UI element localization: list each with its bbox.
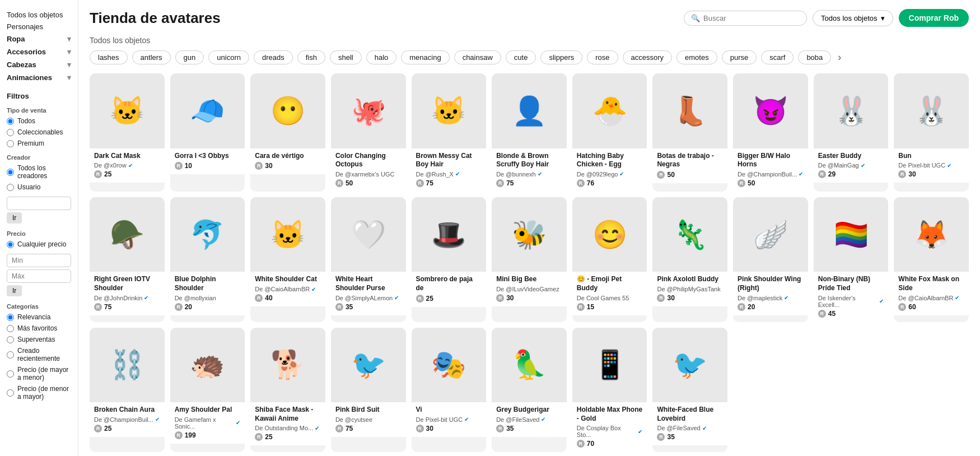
item-card[interactable]: 🐦 White-Faced Blue Lovebird De @FileSave…: [652, 328, 727, 453]
sidebar-section-cabezas[interactable]: Cabezas▾: [7, 58, 71, 71]
tag-pill-dreads[interactable]: dreads: [254, 50, 293, 64]
tag-pill-scarf[interactable]: scarf: [761, 50, 794, 64]
item-card[interactable]: 😊 😊 - Emoji Pet Buddy De Cool Games 55 R…: [572, 197, 647, 322]
item-creator: De Pixel-bit UGC ✔: [416, 416, 482, 423]
tag-pill-purse[interactable]: purse: [722, 50, 757, 64]
sidebar-section-accesorios[interactable]: Accesorios▾: [7, 45, 71, 58]
item-creator: De @mollyxian: [175, 295, 241, 301]
item-card[interactable]: 🐕 Shiba Face Mask - Kawaii Anime De Outs…: [250, 328, 325, 453]
robux-icon: R: [657, 433, 665, 441]
tag-pill-cute[interactable]: cute: [506, 50, 536, 64]
item-creator: De @FileSaved ✔: [496, 416, 562, 423]
sidebar-section-ropa[interactable]: Ropa▾: [7, 32, 71, 45]
price-max-input[interactable]: [7, 269, 71, 283]
creator-ir-button[interactable]: Ir: [7, 212, 22, 224]
sidebar-item-personajes[interactable]: Personajes: [7, 21, 71, 32]
price-value: 75: [426, 179, 433, 187]
item-info: Broken Chain Aura De @ChampionBuil... ✔ …: [90, 402, 165, 437]
item-info: Cara de vértigo R 30: [250, 148, 325, 175]
price-radio-any[interactable]: Cualquier precio: [7, 240, 71, 248]
item-info: Gorra I <3 Obbys R 10: [170, 148, 245, 175]
sidebar-item-all[interactable]: Todos los objetos: [7, 9, 71, 21]
tag-pill-menacing[interactable]: menacing: [401, 50, 449, 64]
sale-radio-coleccionables[interactable]: Coleccionables: [7, 128, 71, 136]
tag-pill-lashes[interactable]: lashes: [90, 50, 128, 64]
item-card[interactable]: 🐙 Color Changing Octopus De @xarmebx's U…: [331, 73, 406, 192]
tag-pill-accessory[interactable]: accessory: [623, 50, 673, 64]
filter-dropdown[interactable]: Todos los objetos ▾: [813, 10, 893, 26]
buy-robux-button[interactable]: Comprar Rob: [899, 9, 969, 27]
tag-pill-antlers[interactable]: antlers: [132, 50, 171, 64]
price-value: 199: [185, 431, 196, 439]
item-card[interactable]: 🎭 Vi De Pixel-bit UGC ✔ R 30: [412, 328, 487, 453]
item-card[interactable]: ⛓️ Broken Chain Aura De @ChampionBuil...…: [90, 328, 165, 453]
item-card[interactable]: 🐱 White Shoulder Cat De @CaioAlbarnBR ✔ …: [250, 197, 325, 322]
item-name: Right Green IOTV Shoulder: [94, 275, 160, 292]
sale-radio-todos[interactable]: Todos: [7, 117, 71, 125]
price-min-input[interactable]: [7, 254, 71, 267]
item-card[interactable]: 🐱 Dark Cat Mask De @x0row ✔ R 25: [90, 73, 165, 192]
sidebar-section-animaciones[interactable]: Animaciones▾: [7, 71, 71, 84]
item-card[interactable]: 🧢 Gorra I <3 Obbys R 10: [170, 73, 245, 192]
item-price: R 60: [898, 303, 964, 311]
item-card[interactable]: 🐝 Mini Big Bee De @ILuvVideoGamez R 30: [492, 197, 567, 322]
creator-input[interactable]: [7, 197, 71, 210]
item-card[interactable]: 🐰 Easter Buddy De @MainGag ✔ R 29: [814, 73, 889, 192]
sort-radio-price_desc[interactable]: Precio (de mayor a menor): [7, 366, 71, 381]
creator-radio-usuario[interactable]: Usuario: [7, 183, 71, 191]
item-thumbnail: 😈: [733, 73, 808, 148]
item-card[interactable]: 😈 Bigger B/W Halo Horns De @ChampionBuil…: [733, 73, 808, 192]
sort-radio-superventas[interactable]: Superventas: [7, 336, 71, 343]
tag-pill-shell[interactable]: shell: [330, 50, 362, 64]
item-card[interactable]: 👤 Blonde & Brown Scruffy Boy Hair De @bu…: [492, 73, 567, 192]
tag-pill-unicorn[interactable]: unicorn: [208, 50, 249, 64]
item-card[interactable]: 🦔 Amy Shoulder Pal De Gamefam x Sonic...…: [170, 328, 245, 453]
item-creator: De @0929lego ✔: [577, 171, 643, 178]
sort-radio-favoritos[interactable]: Más favoritos: [7, 324, 71, 332]
item-thumbnail: 🐦: [652, 328, 727, 403]
item-price: R 35: [496, 425, 562, 432]
item-card[interactable]: 👢 Botas de trabajo - Negras R 50: [652, 73, 727, 192]
item-info: Pink Bird Suit De @cyutsee R 75: [331, 402, 406, 437]
item-card[interactable]: 🏳️‍🌈 Non-Binary (NB) Pride Tied De Isken…: [814, 197, 889, 322]
item-card[interactable]: 🐰 Bun De Pixel-bit UGC ✔ R 30: [894, 73, 969, 192]
item-card[interactable]: 🦜 Grey Budgerigar De @FileSaved ✔ R 35: [492, 328, 567, 453]
sort-radio-price_asc[interactable]: Precio (de menor a mayor): [7, 385, 71, 401]
item-price: R 50: [657, 171, 723, 179]
item-card[interactable]: 🎩 Sombrero de paja de R 25: [412, 197, 487, 322]
sort-radio-relevancia[interactable]: Relevancia: [7, 313, 71, 321]
price-ir-button[interactable]: Ir: [7, 285, 22, 296]
tag-pill-rose[interactable]: rose: [587, 50, 618, 64]
sort-radio-reciente[interactable]: Creado recientemente: [7, 347, 71, 362]
item-price: R 76: [577, 179, 643, 187]
item-card[interactable]: 🐦 Pink Bird Suit De @cyutsee R 75: [331, 328, 406, 453]
sale-radio-premium[interactable]: Premium: [7, 139, 71, 147]
item-name: Amy Shoulder Pal: [175, 406, 241, 415]
tag-pill-slippers[interactable]: slippers: [540, 50, 582, 64]
price-value: 35: [506, 425, 514, 432]
item-price: R 50: [738, 179, 804, 187]
item-card[interactable]: 🦊 White Fox Mask on Side De @CaioAlbarnB…: [894, 197, 969, 322]
item-card[interactable]: 🤍 White Heart Shoulder Purse De @SimplyA…: [331, 197, 406, 322]
tag-pill-halo[interactable]: halo: [366, 50, 397, 64]
tag-pill-gun[interactable]: gun: [175, 50, 204, 64]
item-card[interactable]: 🐬 Blue Dolphin Shoulder De @mollyxian R …: [170, 197, 245, 322]
tag-pill-fish[interactable]: fish: [297, 50, 325, 64]
item-emoji: 🧢: [190, 95, 225, 127]
tag-pill-boba[interactable]: boba: [798, 50, 831, 64]
item-card[interactable]: 🪖 Right Green IOTV Shoulder De @JohnDrin…: [90, 197, 165, 322]
item-thumbnail: 🏳️‍🌈: [814, 197, 889, 272]
tags-next-arrow[interactable]: ›: [836, 52, 843, 63]
creator-radio-todos[interactable]: Todos los creadores: [7, 164, 71, 180]
item-card[interactable]: 🐱 Brown Messy Cat Boy Hair De @Rush_X ✔ …: [412, 73, 487, 192]
item-card[interactable]: 🪽 Pink Shoulder Wing (Right) De @maplest…: [733, 197, 808, 322]
item-card[interactable]: 🐣 Hatching Baby Chicken - Egg De @0929le…: [572, 73, 647, 192]
item-card[interactable]: 😶 Cara de vértigo R 30: [250, 73, 325, 192]
item-card[interactable]: 🦎 Pink Axolotl Buddy De @PhilipMyGasTank…: [652, 197, 727, 322]
item-card[interactable]: 📱 Holdable Max Phone - Gold De Cosplay B…: [572, 328, 647, 453]
tag-pill-emotes[interactable]: emotes: [676, 50, 717, 64]
sale-type-group: Todos Coleccionables Premium: [7, 117, 71, 147]
tag-pill-chainsaw[interactable]: chainsaw: [454, 50, 501, 64]
search-input[interactable]: [703, 14, 800, 22]
item-info: Bigger B/W Halo Horns De @ChampionBuil..…: [733, 148, 808, 192]
